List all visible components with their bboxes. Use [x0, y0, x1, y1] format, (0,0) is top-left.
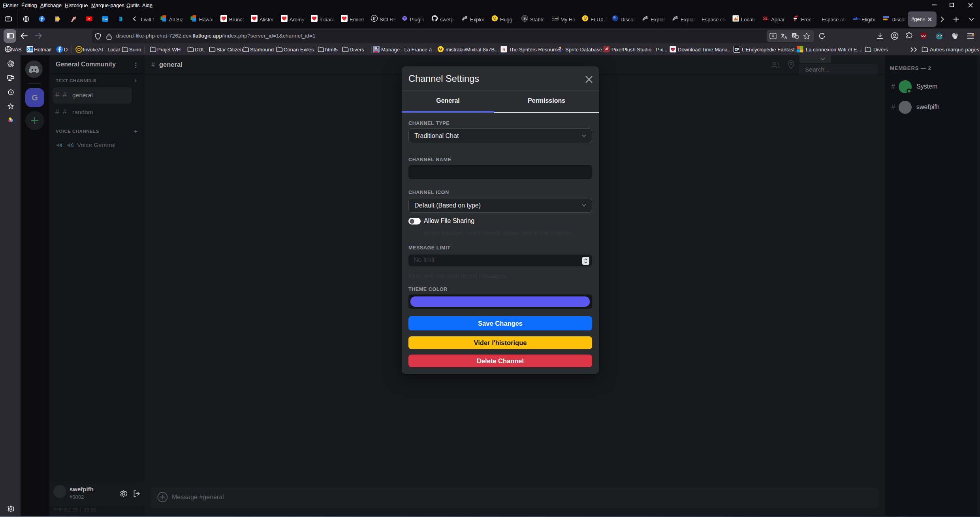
svg-text:P: P [373, 16, 376, 21]
svg-text:SL: SL [763, 16, 769, 21]
svg-text:S: S [523, 16, 526, 21]
svg-text:A: A [784, 35, 787, 40]
svg-text:adn: adn [853, 16, 860, 21]
svg-text:CLOWD: CLOWD [553, 18, 558, 20]
svg-text:A: A [793, 34, 796, 38]
svg-text:EF: EF [735, 47, 739, 51]
svg-text:S: S [502, 47, 505, 52]
svg-text:UO: UO [921, 34, 925, 38]
svg-text:DSM: DSM [103, 18, 108, 20]
